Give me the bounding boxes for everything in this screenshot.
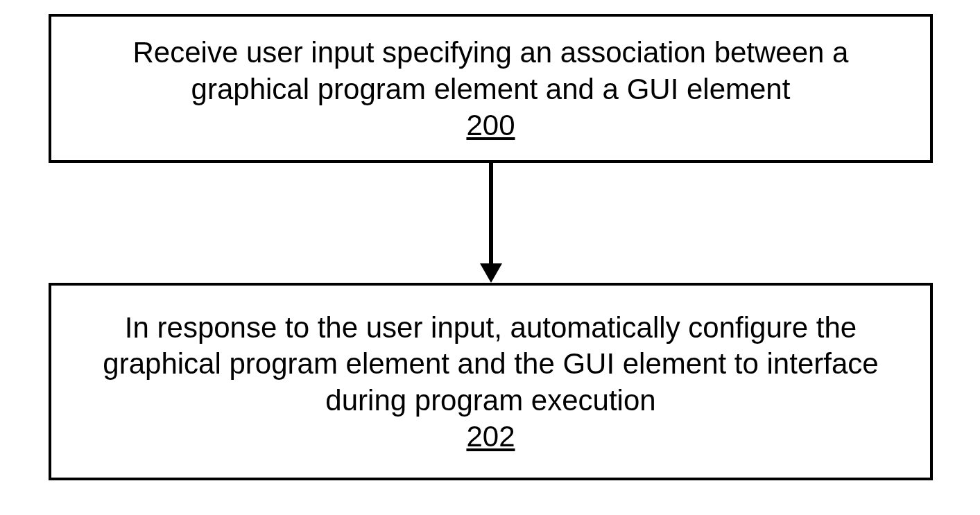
- flow-node-202: In response to the user input, automatic…: [49, 283, 933, 480]
- flow-node-200-ref: 200: [466, 109, 515, 142]
- flowchart-canvas: Receive user input specifying an associa…: [0, 0, 980, 515]
- flow-node-202-ref: 202: [466, 420, 515, 453]
- arrow-200-to-202-head: [480, 263, 502, 283]
- flow-node-202-text: In response to the user input, automatic…: [72, 310, 909, 419]
- flow-node-200-text: Receive user input specifying an associa…: [72, 35, 909, 107]
- arrow-200-to-202-line: [489, 163, 493, 267]
- flow-node-200: Receive user input specifying an associa…: [49, 14, 933, 163]
